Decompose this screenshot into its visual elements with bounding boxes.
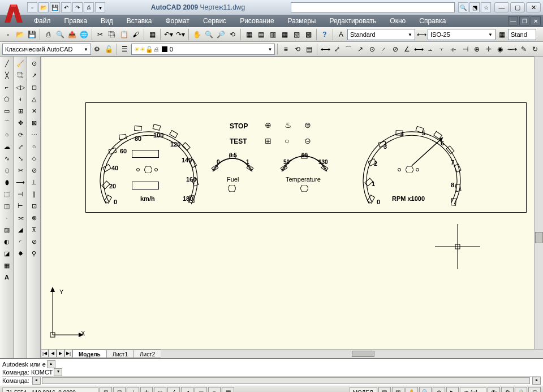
- layer-props-icon[interactable]: ☰: [119, 44, 131, 55]
- hatch-icon[interactable]: ▨: [1, 224, 12, 235]
- gradient-icon[interactable]: ◐: [1, 236, 12, 247]
- properties-icon[interactable]: ▦: [243, 29, 255, 40]
- layer-combo[interactable]: ☀☀🔓🖨 0▼: [131, 44, 275, 55]
- table-icon[interactable]: ▦: [1, 260, 12, 271]
- dim-update-icon[interactable]: ↻: [530, 44, 541, 55]
- trim-icon[interactable]: ✂: [15, 165, 26, 176]
- new-icon[interactable]: ▫: [2, 29, 14, 40]
- quick-view-drawings-icon[interactable]: ▥: [392, 387, 404, 393]
- snap-intersect-icon[interactable]: ✕: [28, 105, 40, 117]
- minimize-button[interactable]: —: [494, 2, 509, 12]
- maximize-button[interactable]: ▢: [510, 2, 525, 12]
- tab-first-button[interactable]: |◀: [41, 349, 49, 357]
- menu-format[interactable]: Формат: [158, 15, 196, 27]
- osnap-settings-icon[interactable]: ⚲: [28, 248, 40, 259]
- vertical-scrollbar[interactable]: [534, 57, 543, 349]
- markup-icon[interactable]: ▧: [291, 29, 302, 40]
- tab-prev-button[interactable]: ◀: [49, 349, 57, 357]
- app-logo[interactable]: [2, 2, 25, 25]
- snap-extension-icon[interactable]: ⋯: [28, 129, 40, 140]
- dyn-toggle[interactable]: ▭: [195, 387, 207, 393]
- lwt-toggle[interactable]: ≡: [208, 387, 221, 393]
- showmotion-icon[interactable]: ▶: [446, 387, 459, 393]
- snap-midpoint-icon[interactable]: △: [28, 93, 40, 105]
- toolbar-lock-icon[interactable]: 🔒: [515, 387, 527, 393]
- tool-palettes-icon[interactable]: ▥: [267, 29, 278, 40]
- snap-parallel-icon[interactable]: ∥: [28, 188, 40, 200]
- menu-draw[interactable]: Рисование: [233, 15, 281, 27]
- menu-tools[interactable]: Сервис: [196, 15, 233, 27]
- snap-quadrant-icon[interactable]: ◇: [28, 153, 40, 164]
- osnap-toggle[interactable]: ◻: [154, 387, 166, 393]
- undo-icon[interactable]: ↶▾: [163, 29, 174, 40]
- tab-model[interactable]: Модель: [72, 350, 107, 358]
- dim-linear-icon[interactable]: ⟷: [320, 44, 331, 55]
- workspace-combo[interactable]: Классический AutoCAD▼: [2, 44, 91, 55]
- fillet-icon[interactable]: ◜: [15, 236, 26, 247]
- circle-icon[interactable]: ○: [1, 129, 12, 140]
- cmd-scroll-down[interactable]: ▾: [54, 368, 62, 376]
- layer-prev-icon[interactable]: ⟲: [292, 44, 303, 55]
- horizontal-scrollbar[interactable]: [161, 349, 543, 358]
- snap-none-icon[interactable]: ⊘: [28, 236, 40, 247]
- line-icon[interactable]: ╱: [1, 58, 12, 69]
- tolerance-icon[interactable]: ⊕: [471, 44, 482, 55]
- open-icon[interactable]: 📂: [14, 29, 25, 40]
- save-icon[interactable]: 💾: [26, 29, 37, 40]
- revcloud-icon[interactable]: ☁: [1, 141, 12, 152]
- block-editor-icon[interactable]: ▦: [146, 29, 158, 40]
- array-icon[interactable]: ⊞: [15, 105, 26, 117]
- copy-obj-icon[interactable]: ⿻: [15, 70, 26, 81]
- redo-icon[interactable]: ↷▾: [175, 29, 186, 40]
- zoom-window-icon[interactable]: 🔎: [215, 29, 226, 40]
- dim-edit-icon[interactable]: ✎: [518, 44, 529, 55]
- help-icon[interactable]: ?: [319, 29, 330, 40]
- cmd-scroll-up[interactable]: ▴: [47, 360, 55, 368]
- tab-next-button[interactable]: ▶: [57, 349, 64, 357]
- dim-aligned-icon[interactable]: ⤢: [331, 44, 343, 55]
- layer-state-icon[interactable]: ▤: [304, 44, 315, 55]
- snap-insert-icon[interactable]: ⊡: [28, 200, 40, 212]
- model-paper-toggle[interactable]: МОДЕЛ: [349, 387, 377, 393]
- search-icon[interactable]: 🔍: [458, 2, 468, 12]
- polyline-icon[interactable]: ⌐: [1, 81, 12, 93]
- sheet-set-icon[interactable]: ▦: [279, 29, 290, 40]
- dim-continue-icon[interactable]: ⫟: [437, 44, 448, 55]
- erase-icon[interactable]: 🧹: [15, 58, 26, 69]
- snap-temp-icon[interactable]: ⊙: [28, 58, 40, 69]
- qat-redo-icon[interactable]: ↷: [72, 2, 83, 12]
- copy-icon[interactable]: ⿻: [106, 29, 118, 40]
- dim-ordinate-icon[interactable]: ↗: [355, 44, 366, 55]
- paste-icon[interactable]: 📋: [118, 29, 130, 40]
- snap-center-icon[interactable]: ○: [28, 141, 40, 152]
- menu-modify[interactable]: Редактировать: [322, 15, 383, 27]
- dim-radius-icon[interactable]: ⊙: [367, 44, 378, 55]
- dim-jogged-icon[interactable]: ⟋: [378, 44, 389, 55]
- snap-endpoint-icon[interactable]: ◻: [28, 81, 40, 93]
- plot-icon[interactable]: ⎙: [42, 29, 54, 40]
- layer-iso-icon[interactable]: ≡: [280, 44, 291, 55]
- mdi-minimize-button[interactable]: —: [508, 16, 518, 25]
- publish-icon[interactable]: 📤: [66, 29, 77, 40]
- snap-tangent-icon[interactable]: ⊘: [28, 165, 40, 176]
- arc-icon[interactable]: ⌒: [1, 117, 12, 128]
- make-block-icon[interactable]: ◫: [1, 200, 12, 212]
- textstyle-icon[interactable]: A: [335, 29, 347, 40]
- dim-angular-icon[interactable]: ∠: [402, 44, 413, 55]
- point-icon[interactable]: ·: [1, 212, 12, 223]
- annotation-visibility-icon[interactable]: 👁: [488, 387, 500, 393]
- plot-preview-icon[interactable]: 🔍: [54, 29, 66, 40]
- pan-status-icon[interactable]: ✋: [406, 387, 418, 393]
- pan-icon[interactable]: ✋: [191, 29, 202, 40]
- mirror-icon[interactable]: ◁▷: [15, 81, 26, 93]
- favorites-icon[interactable]: ☆: [481, 2, 491, 12]
- snap-node-icon[interactable]: ⊗: [28, 212, 40, 223]
- qat-more-icon[interactable]: ▾: [95, 2, 105, 12]
- snap-from-icon[interactable]: ↗: [28, 70, 40, 81]
- menu-file[interactable]: Файл: [27, 15, 58, 27]
- workspace-settings-icon[interactable]: ⚙: [92, 44, 103, 55]
- region-icon[interactable]: ◪: [1, 248, 12, 259]
- ellipse-icon[interactable]: ⬯: [1, 165, 12, 176]
- textstyle-combo[interactable]: Standard▼: [347, 29, 415, 40]
- dim-arc-icon[interactable]: ⌒: [343, 44, 355, 55]
